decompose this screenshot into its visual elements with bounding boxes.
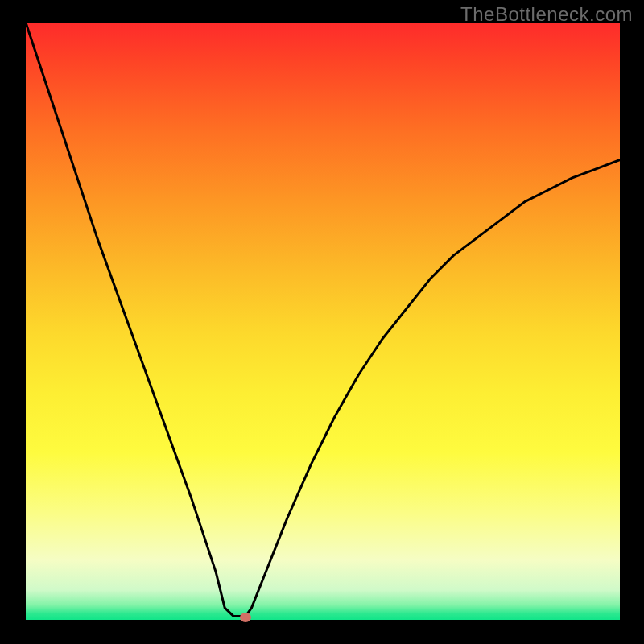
plot-area <box>26 23 620 620</box>
chart-frame: TheBottleneck.com <box>0 0 644 644</box>
optimal-point-marker <box>240 613 251 622</box>
watermark-label: TheBottleneck.com <box>460 3 633 26</box>
bottleneck-curve <box>26 23 620 620</box>
